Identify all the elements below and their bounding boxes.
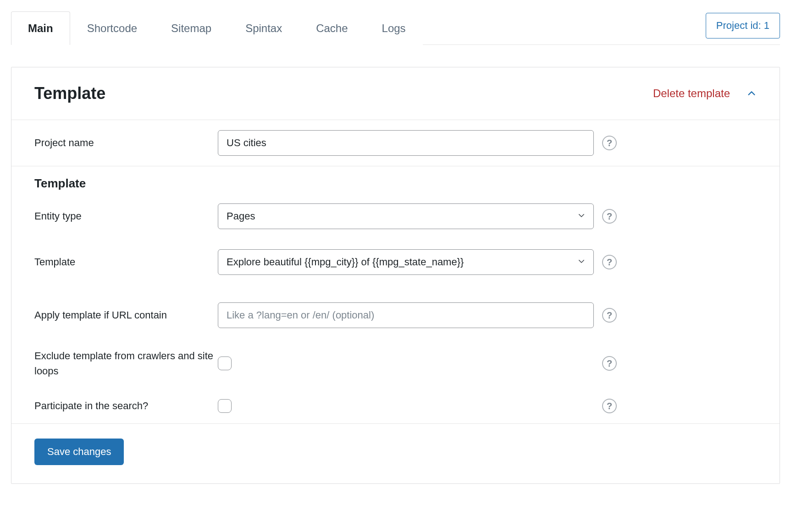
- tab-cache[interactable]: Cache: [299, 11, 365, 45]
- project-id-badge[interactable]: Project id: 1: [706, 13, 780, 38]
- help-icon[interactable]: ?: [602, 308, 617, 323]
- tabs: Main Shortcode Sitemap Spintax Cache Log…: [11, 11, 706, 44]
- save-changes-button[interactable]: Save changes: [34, 439, 124, 465]
- tab-main[interactable]: Main: [11, 11, 70, 45]
- collapse-toggle[interactable]: [747, 88, 757, 99]
- tab-sitemap[interactable]: Sitemap: [154, 11, 228, 45]
- label-exclude-crawlers: Exclude template from crawlers and site …: [34, 348, 218, 378]
- panel-title: Template: [34, 84, 653, 103]
- exclude-crawlers-checkbox[interactable]: [218, 356, 232, 370]
- template-panel: Template Delete template Project name ? …: [11, 67, 780, 484]
- label-apply-if-url: Apply template if URL contain: [34, 309, 218, 321]
- row-participate-search: Participate in the search? ?: [11, 389, 780, 423]
- row-entity-type: Entity type Pages ?: [11, 193, 780, 239]
- label-project-name: Project name: [34, 137, 218, 149]
- label-participate-search: Participate in the search?: [34, 400, 218, 412]
- label-template: Template: [34, 256, 218, 268]
- participate-search-checkbox[interactable]: [218, 399, 232, 413]
- row-exclude-crawlers: Exclude template from crawlers and site …: [11, 338, 780, 389]
- help-icon[interactable]: ?: [602, 209, 617, 224]
- template-select[interactable]: Explore beautiful {{mpg_city}} of {{mpg_…: [218, 249, 594, 275]
- tab-logs[interactable]: Logs: [365, 11, 423, 45]
- entity-type-select[interactable]: Pages: [218, 203, 594, 229]
- chevron-up-icon: [747, 88, 757, 99]
- row-template: Template Explore beautiful {{mpg_city}} …: [11, 239, 780, 285]
- tab-shortcode[interactable]: Shortcode: [70, 11, 154, 45]
- help-icon[interactable]: ?: [602, 136, 617, 150]
- tab-spintax[interactable]: Spintax: [228, 11, 299, 45]
- row-project-name: Project name ?: [11, 120, 780, 166]
- project-name-input[interactable]: [218, 130, 594, 156]
- panel-header: Template Delete template: [11, 67, 780, 120]
- label-entity-type: Entity type: [34, 210, 218, 222]
- panel-footer: Save changes: [11, 424, 780, 483]
- delete-template-link[interactable]: Delete template: [653, 87, 730, 100]
- section-subtitle-template: Template: [11, 166, 780, 193]
- tabs-bar: Main Shortcode Sitemap Spintax Cache Log…: [11, 11, 780, 45]
- apply-if-url-input[interactable]: [218, 302, 594, 328]
- help-icon[interactable]: ?: [602, 255, 617, 269]
- help-icon[interactable]: ?: [602, 399, 617, 413]
- help-icon[interactable]: ?: [602, 356, 617, 371]
- row-apply-if-url: Apply template if URL contain ?: [11, 292, 780, 338]
